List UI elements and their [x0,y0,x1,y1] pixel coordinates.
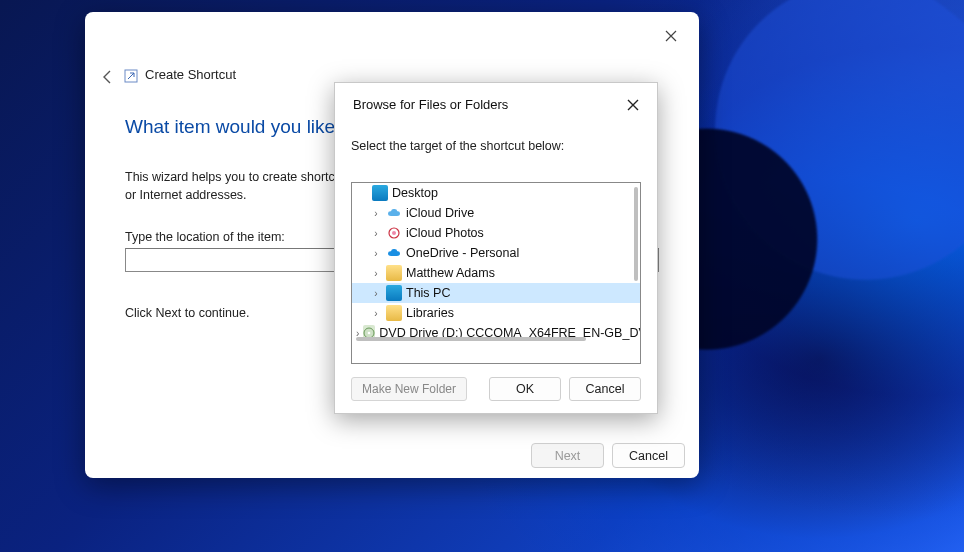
photos-icon [386,225,402,241]
next-button[interactable]: Next [531,443,604,468]
tree-item-label: Libraries [406,306,454,320]
tree-item-label: iCloud Photos [406,226,484,240]
tree-item-label: OneDrive - Personal [406,246,519,260]
browse-dialog: Browse for Files or Folders Select the t… [334,82,658,414]
window-title: Create Shortcut [145,67,236,82]
chevron-right-icon[interactable]: › [370,288,382,299]
location-label: Type the location of the item: [125,230,285,244]
svg-point-2 [392,231,396,235]
make-new-folder-button[interactable]: Make New Folder [351,377,467,401]
folder-icon [386,305,402,321]
chevron-right-icon[interactable]: › [370,208,382,219]
horizontal-scrollbar[interactable] [356,337,586,341]
tree-item-icloud-drive[interactable]: › iCloud Drive [352,203,640,223]
tree-item-label: Desktop [392,186,438,200]
vertical-scrollbar[interactable] [634,187,638,281]
folder-icon [386,265,402,281]
back-arrow-icon[interactable] [97,66,119,88]
chevron-right-icon[interactable]: › [370,308,382,319]
cancel-button[interactable]: Cancel [612,443,685,468]
dialog-title: Browse for Files or Folders [353,97,508,112]
tree-item-this-pc[interactable]: › This PC [352,283,640,303]
desktop-icon [372,185,388,201]
tree-item-desktop[interactable]: Desktop [352,183,640,203]
tree-item-label: iCloud Drive [406,206,474,220]
cancel-button[interactable]: Cancel [569,377,641,401]
tree-item-libraries[interactable]: › Libraries [352,303,640,323]
chevron-right-icon[interactable]: › [370,268,382,279]
close-icon[interactable] [621,93,645,117]
shortcut-icon [123,68,139,84]
pc-icon [386,285,402,301]
tree-item-label: This PC [406,286,450,300]
folder-tree[interactable]: Desktop › iCloud Drive › iCloud Photos [351,182,641,364]
tree-item-label: Matthew Adams [406,266,495,280]
cloud-icon [386,205,402,221]
chevron-right-icon[interactable]: › [370,228,382,239]
chevron-right-icon[interactable]: › [370,248,382,259]
tree-item-user[interactable]: › Matthew Adams [352,263,640,283]
ok-button[interactable]: OK [489,377,561,401]
tree-item-onedrive[interactable]: › OneDrive - Personal [352,243,640,263]
dialog-instruction: Select the target of the shortcut below: [351,139,564,153]
onedrive-icon [386,245,402,261]
tree-item-icloud-photos[interactable]: › iCloud Photos [352,223,640,243]
close-icon[interactable] [659,24,683,48]
svg-point-4 [368,332,371,335]
continue-hint: Click Next to continue. [125,306,249,320]
